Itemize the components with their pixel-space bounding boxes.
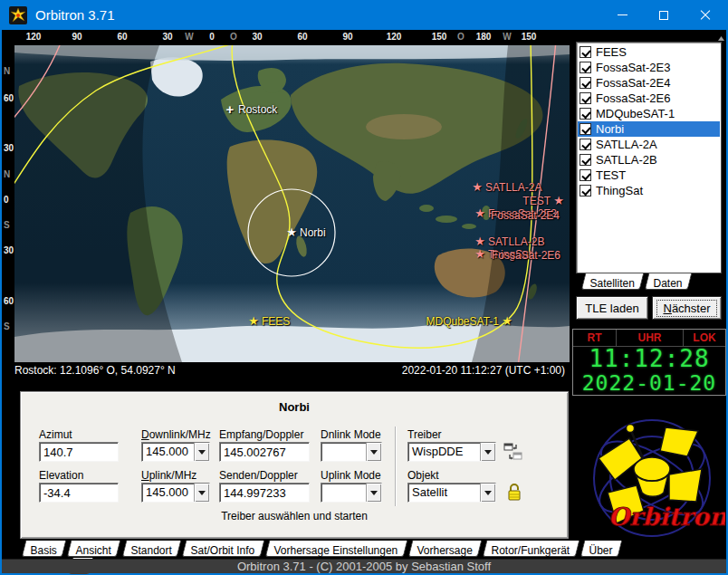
satellite-list-item[interactable]: Norbi [578,121,720,137]
tab-vorhersage[interactable]: Vorhersage [407,541,482,557]
satellite-list-item[interactable]: MDQubeSAT-1 [578,106,720,121]
checkbox-checked-icon[interactable] [580,139,591,150]
clock-mode-rt[interactable]: RT [573,330,617,346]
dnlink-mode-combo[interactable] [321,442,382,462]
clock-mode-lok[interactable]: LOK [684,330,725,346]
tab-label: Vorhersage [417,544,472,557]
tab-vorhersage-einstellungen[interactable]: Vorhersage Einstellungen [265,541,407,557]
chevron-down-icon[interactable] [194,443,209,461]
tab-label: Ansicht [76,544,111,557]
checkbox-checked-icon[interactable] [580,123,591,135]
tle-load-button[interactable]: TLE laden [576,296,648,320]
objekt-label: Objekt [407,469,439,482]
objekt-combo[interactable]: Satellit [407,483,496,503]
maximize-icon [659,11,668,20]
satellite-list-item[interactable]: FossaSat-2E3 [578,60,720,75]
region-himalaya [366,114,442,139]
panel-title: Norbi [21,400,568,414]
treiber-label: Treiber [407,428,442,441]
clock-time: 11:12:28 [573,347,725,371]
longitude-tick-label: W [503,32,511,42]
chevron-down-icon[interactable] [366,484,381,502]
world-map[interactable] [14,45,570,362]
checkbox-checked-icon[interactable] [580,154,591,166]
satellite-name: Norbi [596,122,624,136]
satellite-name: TEST [596,168,626,182]
downlink-combo[interactable]: 145.000 [141,442,210,462]
azimut-field[interactable] [39,442,119,462]
tab-label: Basis [31,544,57,557]
satellite-list-item[interactable]: ThingSat [578,183,720,198]
elevation-label: Elevation [39,469,83,482]
tab-label: Satelliten [590,277,635,290]
sidebar-resize-grip[interactable] [718,36,724,41]
map-section: 120906030W0O306090120150O180W150 N6030N0… [2,30,570,379]
latitude-tick-label: S [4,220,10,230]
empfang-doppler-field[interactable] [219,442,310,462]
checkbox-checked-icon[interactable] [580,77,591,89]
satellite-list-item[interactable]: FEES [578,44,720,60]
checkbox-checked-icon[interactable] [580,92,591,104]
latitude-scale: N6030N0S3060S [2,30,14,379]
tab-daten[interactable]: Daten [645,273,693,290]
window-title: Orbitron 3.71 [35,7,115,23]
islands-se-asia-3 [462,224,476,229]
satellite-list-item[interactable]: FossaSat-2E4 [578,75,720,91]
checkbox-checked-icon[interactable] [580,108,591,120]
longitude-tick-label: O [457,32,465,42]
checkbox-checked-icon[interactable] [580,169,591,181]
tab-rotor-funkger-t[interactable]: Rotor/Funkgerät [483,541,580,557]
islands-se-asia-1 [419,205,434,212]
latitude-tick-label: 0 [4,195,9,205]
senden-doppler-field[interactable] [219,483,310,503]
dde-windows-icon[interactable] [503,442,523,462]
satellite-list[interactable]: FEESFossaSat-2E3FossaSat-2E4FossaSat-2E6… [576,42,722,273]
close-icon [700,10,711,21]
sidebar-tabs: SatellitenDaten [583,273,694,291]
tab-satelliten[interactable]: Satelliten [581,273,645,290]
checkbox-checked-icon[interactable] [580,185,591,196]
lock-icon [506,483,522,503]
longitude-tick-label: 120 [387,32,402,42]
driver-hint-text: Treiber auswählen und starten [21,510,568,522]
chevron-down-icon[interactable] [366,443,381,461]
longitude-tick-label: 30 [252,32,262,42]
rotor-radio-panel: Norbi Azimut Downlink/MHz 145.000 Empfan… [20,391,569,539]
uplink-combo[interactable]: 145.000 [141,483,210,503]
satellite-name: FEES [596,45,627,59]
close-button[interactable] [685,0,726,30]
checkbox-checked-icon[interactable] [580,62,591,73]
next-button[interactable]: Nächster [652,296,722,320]
maximize-button[interactable] [643,0,685,30]
tab-ansicht[interactable]: Ansicht [67,541,121,557]
tab-sat-orbit-info[interactable]: Sat/Orbit Info [182,541,264,557]
clock-mode-uhr[interactable]: UHR [617,330,684,346]
satellite-name: MDQubeSAT-1 [596,107,675,120]
orbitron-logo: Orbitron [579,406,725,554]
longitude-tick-label: 30 [162,32,172,42]
latitude-tick-label: 60 [4,93,14,103]
uplink-mode-label: Uplink Mode [321,469,381,482]
chevron-down-icon[interactable] [194,484,209,502]
tab-basis[interactable]: Basis [22,541,67,557]
satellite-list-item[interactable]: FossaSat-2E6 [578,91,720,106]
tab--ber[interactable]: Über [580,541,622,557]
clock-panel: RTUHRLOK 11:12:28 2022-01-20 [572,329,726,396]
treiber-combo[interactable]: WispDDE [407,442,496,462]
latitude-tick-label: N [4,169,10,179]
elevation-field[interactable] [39,483,119,503]
chevron-down-icon[interactable] [480,484,495,502]
panel-divider [395,426,396,506]
tab-standort[interactable]: Standort [121,541,181,557]
satellite-list-item[interactable]: SATLLA-2B [578,152,720,168]
longitude-tick-label: 120 [26,32,42,42]
tab-label: Standort [130,544,171,557]
minimize-button[interactable] [601,0,643,30]
checkbox-checked-icon[interactable] [580,46,591,58]
satellite-list-item[interactable]: SATLLA-2A [578,137,720,152]
chevron-down-icon[interactable] [480,443,495,461]
uplink-mode-combo[interactable] [321,483,382,503]
tab-label: Über [589,544,612,557]
observer-coordinates: Rostock: 12.1096° O, 54.0927° N [14,364,176,377]
satellite-list-item[interactable]: TEST [578,168,720,183]
